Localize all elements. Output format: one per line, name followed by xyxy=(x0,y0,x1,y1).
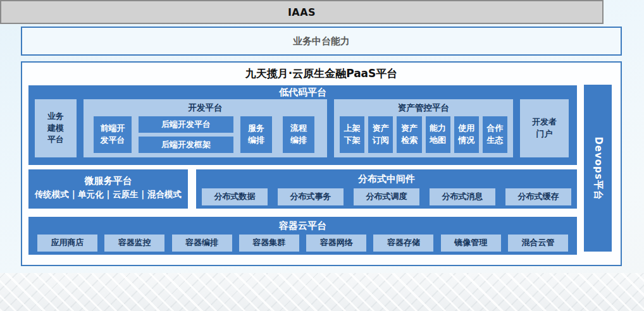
middleware-scheduling-box: 分布式调度 xyxy=(354,188,419,205)
container-monitoring-box: 容器监控 xyxy=(104,235,164,252)
asset-item-usage-box: 使用情况 xyxy=(454,116,479,153)
devops-platform-bar: Devops平台 xyxy=(584,85,612,252)
developer-portal-box: 开发者门户 xyxy=(520,99,569,157)
container-storage-box: 容器存储 xyxy=(373,235,433,252)
lowcode-title: 低代码平台 xyxy=(28,85,577,99)
container-item-label: 容器编排 xyxy=(185,237,218,249)
container-cloud-row: 应用商店 容器监控 容器编排 容器集群 容器网络 容器存储 镜像 xyxy=(28,235,577,252)
container-item-label: 容器集群 xyxy=(252,237,285,249)
asset-control-title: 资产管控平台 xyxy=(334,99,513,114)
middleware-item-label: 分布式事务 xyxy=(290,191,331,203)
lowcode-row: 业务建模平台 开发平台 前端开发平台 后端开发平台 后端开发框 xyxy=(28,99,577,157)
asset-item-capability-map-box: 能力地图 xyxy=(426,116,450,153)
middleware-message-box: 分布式消息 xyxy=(430,188,495,205)
backend-platform-label: 后端开发平台 xyxy=(161,119,211,131)
asset-item-cooperation-box: 合作生态 xyxy=(483,116,507,153)
middleware-item-label: 分布式数据 xyxy=(214,191,256,203)
asset-item-label: 合作生态 xyxy=(486,123,503,147)
middleware-row: 分布式数据 分布式事务 分布式调度 分布式消息 分布式缓存 xyxy=(196,188,577,205)
process-orchestration-box: 流程编排 xyxy=(283,116,314,153)
background-pattern xyxy=(0,273,644,311)
platform-title: 九天揽月·云原生金融PaaS平台 xyxy=(22,66,621,81)
asset-item-label: 使用情况 xyxy=(458,123,474,147)
asset-item-subscription-box: 资产订阅 xyxy=(368,116,393,153)
middleware-transaction-box: 分布式事务 xyxy=(278,188,344,205)
asset-control-row: 上架下架 资产订阅 资产检索 能力地图 使用情况 xyxy=(334,116,513,153)
container-orchestration-box: 容器编排 xyxy=(172,235,232,252)
asset-item-label: 能力地图 xyxy=(430,123,446,147)
middleware-item-label: 分布式调度 xyxy=(366,191,407,203)
container-item-label: 容器监控 xyxy=(118,237,151,249)
asset-control-panel: 资产管控平台 上架下架 资产订阅 资产检索 能力地图 xyxy=(334,99,513,157)
business-modeling-label: 业务建模平台 xyxy=(47,111,64,147)
service-orchestration-box: 服务编排 xyxy=(240,116,272,153)
distributed-middleware-section: 分布式中间件 分布式数据 分布式事务 分布式调度 分布式消息 分布式缓存 xyxy=(196,169,577,209)
container-item-label: 容器存储 xyxy=(387,237,420,249)
asset-item-label: 上架下架 xyxy=(344,123,361,147)
container-network-box: 容器网络 xyxy=(306,235,366,252)
microservice-modes: 传统模式 | 单元化 | 云原生 | 混合模式 xyxy=(28,189,188,200)
container-cluster-box: 容器集群 xyxy=(239,235,299,252)
container-cloud-section: 容器云平台 应用商店 容器监控 容器编排 容器集群 容器网络 容器存 xyxy=(28,217,577,255)
frontend-dev-platform-box: 前端开发平台 xyxy=(94,116,132,153)
middleware-data-box: 分布式数据 xyxy=(202,188,268,205)
container-cloud-title: 容器云平台 xyxy=(28,219,577,233)
process-orchestration-label: 流程编排 xyxy=(290,123,307,147)
asset-item-listing-box: 上架下架 xyxy=(340,116,364,153)
backend-stack: 后端开发平台 后端开发框架 xyxy=(139,116,233,153)
hybrid-cloud-management-box: 混合云管 xyxy=(508,235,568,252)
container-item-label: 混合云管 xyxy=(521,237,554,249)
dev-platform-panel: 开发平台 前端开发平台 后端开发平台 后端开发框架 xyxy=(84,99,327,157)
iaas-label: IAAS xyxy=(288,6,316,18)
asset-item-label: 资产订阅 xyxy=(373,123,389,147)
frontend-dev-label: 前端开发平台 xyxy=(101,123,125,147)
microservice-platform-section: 微服务平台 传统模式 | 单元化 | 云原生 | 混合模式 xyxy=(28,169,188,209)
dev-platform-row: 前端开发平台 后端开发平台 后端开发框架 服务编排 xyxy=(84,116,327,153)
middleware-title: 分布式中间件 xyxy=(196,172,577,186)
asset-item-search-box: 资产检索 xyxy=(397,116,421,153)
middleware-cache-box: 分布式缓存 xyxy=(505,188,571,205)
developer-portal-label: 开发者门户 xyxy=(532,116,557,140)
image-management-box: 镜像管理 xyxy=(441,235,501,252)
architecture-diagram: 业务中台能力 九天揽月·云原生金融PaaS平台 低代码平台 业务建模平台 开发平… xyxy=(0,0,644,311)
app-store-box: 应用商店 xyxy=(37,235,97,252)
microservice-title: 微服务平台 xyxy=(28,174,188,188)
asset-item-label: 资产检索 xyxy=(401,123,418,147)
container-item-label: 应用商店 xyxy=(51,237,84,249)
middleware-item-label: 分布式消息 xyxy=(442,191,483,203)
container-item-label: 容器网络 xyxy=(320,237,353,249)
dev-platform-title: 开发平台 xyxy=(84,99,327,114)
backend-dev-framework-box: 后端开发框架 xyxy=(139,137,233,153)
iaas-layer-bar: IAAS xyxy=(0,0,604,24)
business-middle-platform-banner: 业务中台能力 xyxy=(21,27,622,56)
lowcode-platform-section: 低代码平台 业务建模平台 开发平台 前端开发平台 后端开发平台 xyxy=(28,85,577,165)
business-modeling-platform-box: 业务建模平台 xyxy=(35,99,77,157)
backend-framework-label: 后端开发框架 xyxy=(161,139,211,151)
service-orchestration-label: 服务编排 xyxy=(248,123,264,147)
paas-platform-container: 九天揽月·云原生金融PaaS平台 低代码平台 业务建模平台 开发平台 前端开发平… xyxy=(21,61,622,266)
middleware-item-label: 分布式缓存 xyxy=(518,191,559,203)
container-item-label: 镜像管理 xyxy=(454,237,487,249)
banner-title: 业务中台能力 xyxy=(293,35,350,47)
backend-dev-platform-box: 后端开发平台 xyxy=(139,116,233,133)
devops-label: Devops平台 xyxy=(592,137,604,200)
